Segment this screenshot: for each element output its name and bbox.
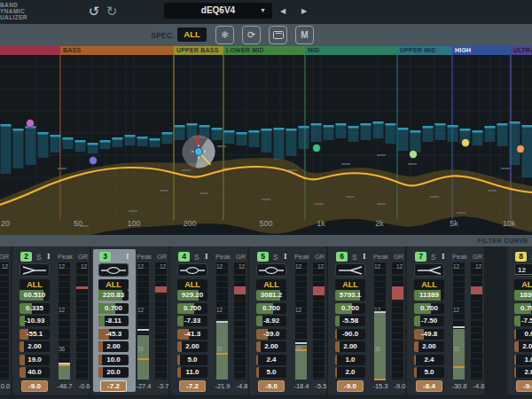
band-range-upper-bass[interactable]: UPPER BASS (174, 46, 223, 55)
inspect-toggle[interactable]: I (205, 252, 208, 261)
band-handle-7[interactable] (517, 145, 525, 153)
band-gain-button[interactable]: -7.2 (179, 380, 206, 392)
param-value-box[interactable]: 0.700 (414, 303, 444, 314)
strip-all-button[interactable]: ALL (177, 279, 207, 290)
param-value-box[interactable]: 0.700 (335, 303, 365, 314)
filter-shape-button[interactable] (414, 263, 444, 277)
filter-shape-button[interactable] (98, 263, 129, 277)
param-value-box[interactable]: 2.0 (335, 367, 365, 378)
param-value-box[interactable]: 11389 (414, 290, 444, 301)
spec-all-button[interactable]: ALL (177, 27, 207, 42)
inspect-toggle[interactable]: I (47, 252, 51, 261)
param-value-box[interactable]: -55.1 (20, 329, 50, 340)
param-value-box[interactable]: 2.4 (256, 355, 286, 365)
param-value-box[interactable]: 10.0 (98, 355, 129, 365)
param-value-box[interactable]: 2.00 (414, 341, 444, 352)
band-handle-1[interactable] (27, 120, 35, 128)
preset-selector[interactable]: dEQ6V4 ▼ (164, 3, 272, 19)
band-handle-6[interactable] (462, 139, 470, 147)
filter-shape-button[interactable]: 12 (514, 263, 532, 277)
solo-toggle[interactable]: S (194, 253, 200, 262)
band-number-badge[interactable]: 4 (178, 252, 190, 262)
band-range-ultra-high[interactable]: ULTRA HIGH (511, 46, 532, 55)
param-value-box[interactable]: 0.335 (20, 303, 50, 314)
param-value-box[interactable]: 2.4 (414, 355, 444, 365)
param-value-box[interactable]: 2.00 (514, 341, 532, 352)
band-range-lower-mid[interactable]: LOWER MID (223, 46, 305, 55)
band-gain-button[interactable]: -9.0 (21, 380, 48, 392)
band-range-mid[interactable]: MID (305, 46, 397, 55)
param-value-box[interactable]: 40.0 (20, 367, 50, 378)
strip-all-button[interactable]: ALL (414, 279, 444, 290)
strip-all-button[interactable]: ALL (256, 279, 286, 290)
param-value-box[interactable]: 19.0 (20, 355, 50, 365)
band-gain-button[interactable]: -9.0 (258, 380, 285, 392)
solo-toggle[interactable]: S (273, 253, 278, 262)
param-value-box[interactable]: 0.0 (514, 329, 532, 340)
param-value-box[interactable]: -5.58 (335, 316, 365, 326)
param-value-box[interactable]: -45.3 (98, 329, 129, 340)
param-value-box[interactable]: 0.700 (514, 303, 532, 314)
param-value-box[interactable]: 20.0 (98, 367, 129, 378)
param-value-box[interactable]: 2.00 (98, 341, 129, 352)
preset-prev-button[interactable]: ◀ (280, 7, 286, 16)
param-value-box[interactable]: 1.0 (514, 355, 532, 365)
inspect-toggle[interactable]: I (126, 252, 129, 261)
solo-toggle[interactable]: S (36, 253, 42, 262)
undo-icon[interactable]: ↺ (85, 3, 103, 20)
param-value-box[interactable]: 929.20 (177, 290, 207, 301)
param-value-box[interactable]: 3081.2 (256, 290, 286, 301)
band-handle-2[interactable] (90, 157, 98, 165)
band-number-badge[interactable]: 6 (336, 252, 348, 262)
param-value-box[interactable]: 11.0 (177, 367, 207, 378)
solo-toggle[interactable]: S (115, 253, 121, 262)
param-value-box[interactable]: 2.0 (514, 367, 532, 378)
param-value-box[interactable]: 5.0 (177, 355, 207, 365)
band-gain-button[interactable]: -9.0 (516, 380, 532, 392)
band-range-high[interactable]: HIGH (452, 46, 511, 55)
param-value-box[interactable]: 5.0 (256, 367, 286, 378)
param-value-box[interactable]: 5.0 (414, 367, 444, 378)
filter-shape-button[interactable] (177, 263, 207, 277)
param-value-box[interactable]: -7.50 (414, 316, 444, 326)
param-value-box[interactable]: -7.33 (177, 316, 207, 326)
param-value-box[interactable]: 1.0 (335, 355, 365, 365)
band-range-upper-mid[interactable]: UPPER MID (397, 46, 452, 55)
band-number-badge[interactable]: 8 (515, 252, 527, 262)
param-value-box[interactable]: -90.0 (335, 329, 365, 340)
solo-toggle[interactable]: S (431, 253, 436, 262)
copy-button[interactable] (269, 26, 287, 44)
mono-button[interactable]: M (295, 26, 314, 44)
param-value-box[interactable]: 220.83 (98, 290, 129, 301)
param-value-box[interactable]: 18363 (514, 290, 532, 301)
param-value-box[interactable]: 5793.1 (335, 290, 365, 301)
band-number-badge[interactable]: 5 (257, 252, 269, 262)
strip-all-button[interactable]: ALL (514, 279, 532, 290)
band-gain-button[interactable]: -8.4 (416, 380, 442, 392)
inspect-toggle[interactable]: I (442, 252, 445, 261)
sync-button[interactable]: ⟳ (242, 26, 261, 44)
strip-all-button[interactable]: ALL (335, 279, 365, 290)
inspect-toggle[interactable]: I (284, 252, 287, 261)
filter-shape-button[interactable] (335, 263, 365, 277)
strip-all-button[interactable]: ALL (20, 279, 50, 290)
band-range-sub[interactable] (0, 46, 60, 55)
param-value-box[interactable]: 2.00 (177, 341, 207, 352)
strip-all-button[interactable]: ALL (98, 279, 129, 290)
band-number-badge[interactable]: 2 (20, 252, 32, 262)
param-value-box[interactable]: -8.92 (256, 316, 286, 326)
band-handle-4[interactable] (313, 145, 321, 153)
band-range-bass[interactable]: BASS (60, 46, 174, 55)
solo-toggle[interactable]: S (352, 253, 357, 262)
band-number-badge[interactable]: 3 (99, 252, 111, 262)
param-value-box[interactable]: -8.11 (98, 316, 129, 326)
param-value-box[interactable]: 0.700 (256, 303, 286, 314)
param-value-box[interactable]: -41.3 (177, 329, 207, 340)
param-value-box[interactable]: -7.50 (514, 316, 532, 326)
redo-icon[interactable]: ↻ (103, 3, 121, 20)
param-value-box[interactable]: 60.510 (20, 290, 50, 301)
param-value-box[interactable]: -10.93 (20, 316, 50, 326)
inspect-toggle[interactable]: I (363, 252, 366, 261)
band-handle-5[interactable] (410, 151, 418, 159)
band-handle-3[interactable] (195, 148, 203, 156)
